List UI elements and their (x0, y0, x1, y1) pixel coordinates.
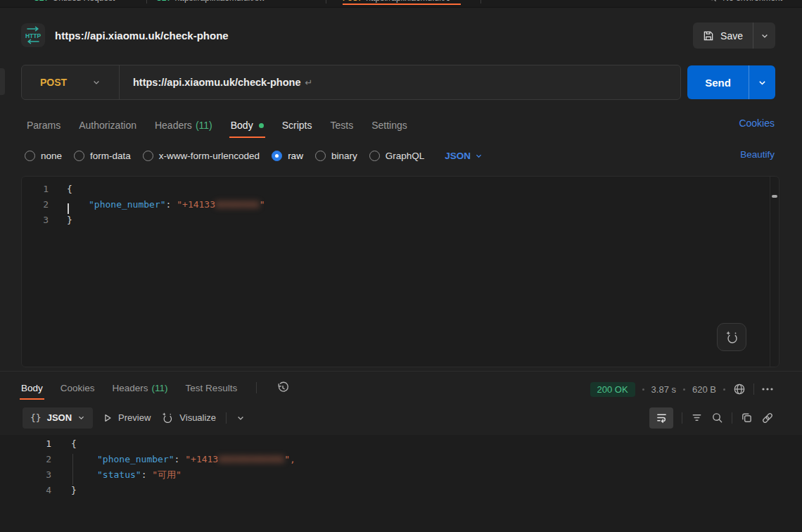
url-divider (119, 65, 120, 99)
request-name[interactable]: https://api.xiaomu.uk/check-phone (55, 30, 229, 42)
radio-binary (315, 151, 326, 161)
response-tab-bar: Body Cookies Headers (11) Test Results (21, 376, 290, 400)
mode-binary[interactable]: binary (315, 151, 357, 161)
save-button[interactable]: Save (693, 23, 753, 49)
response-more-button[interactable] (761, 387, 774, 391)
tab-title: https://api.xiaomu.uk/c (366, 0, 450, 3)
environment-label: No environment (723, 0, 782, 3)
tab-params[interactable]: Params (27, 113, 61, 138)
svg-text:HTTP: HTTP (25, 32, 42, 39)
response-time[interactable]: 3.87 s (651, 384, 676, 395)
language-dropdown[interactable]: JSON (445, 151, 483, 161)
url-value: https://api.xiaomu.uk/check-phone (133, 77, 300, 88)
url-input[interactable]: https://api.xiaomu.uk/check-phone↵ (133, 77, 312, 88)
mode-none[interactable]: none (25, 151, 62, 161)
environment-selector[interactable]: No environment (708, 0, 782, 3)
code-token: { (67, 184, 72, 194)
save-options-button[interactable] (753, 23, 775, 49)
code-token: : (141, 469, 153, 480)
mode-form-data[interactable]: form-data (74, 151, 131, 161)
play-icon (103, 413, 113, 423)
response-format-dropdown[interactable]: {} JSON (23, 407, 93, 429)
toolbar-chevron-down-icon[interactable] (236, 414, 245, 422)
workspace-tab-1[interactable]: GETUntitled Request (34, 0, 115, 3)
beautify-link[interactable]: Beautify (740, 149, 775, 160)
search-response-button[interactable] (711, 412, 723, 424)
sidebar-collapsed-handle[interactable] (0, 68, 5, 95)
request-body-editor[interactable]: 1 2 3 { "phone_number": "+1413388888888"… (21, 176, 779, 367)
code-token: : (166, 199, 177, 210)
method-badge-get: GET (156, 0, 171, 2)
method-selector[interactable]: POST (22, 77, 101, 88)
radio-raw-selected (272, 151, 282, 161)
visualize-button[interactable]: Visualize (160, 411, 216, 424)
wrap-text-button[interactable] (649, 407, 673, 429)
redacted-value: 88888888 (215, 199, 260, 210)
cookies-link[interactable]: Cookies (739, 118, 775, 129)
scrollbar-thumb[interactable] (772, 195, 777, 198)
mode-label: none (41, 151, 62, 161)
divider (732, 412, 732, 424)
workspace-tab-active[interactable]: POSThttps://api.xiaomu.uk/c (343, 0, 450, 3)
copy-response-button[interactable] (741, 412, 753, 424)
visualize-label: Visualize (179, 412, 216, 423)
tab-body[interactable]: Body (231, 113, 264, 138)
mode-x-www-form-urlencoded[interactable]: x-www-form-urlencoded (143, 151, 260, 161)
mode-raw[interactable]: raw (272, 151, 303, 161)
code-token: { (71, 438, 77, 449)
send-options-button[interactable] (749, 65, 775, 99)
network-info-button[interactable] (732, 382, 746, 396)
body-modified-dot (259, 123, 264, 128)
response-size[interactable]: 620 B (692, 384, 716, 395)
send-split-button: Send (687, 65, 775, 99)
mode-label: binary (331, 151, 357, 161)
language-label: JSON (445, 151, 471, 161)
response-tab-body[interactable]: Body (21, 376, 43, 400)
method-badge-post: POST (343, 0, 362, 2)
tab-tests[interactable]: Tests (330, 113, 353, 138)
code-token: } (67, 215, 72, 225)
text-cursor (68, 203, 69, 214)
response-tab-headers[interactable]: Headers (11) (113, 376, 168, 400)
chevron-down-icon (77, 414, 85, 422)
search-icon (708, 0, 717, 2)
postman-app: GETUntitled Request GEThttps://api.xiaom… (0, 0, 802, 532)
editor-scrollbar[interactable] (770, 177, 779, 367)
json-value: "可用" (152, 469, 182, 480)
request-tab-bar: Params Authorization Headers (11) Body S… (27, 113, 407, 138)
tab-settings[interactable]: Settings (371, 113, 407, 138)
mode-label: x-www-form-urlencoded (159, 151, 260, 161)
tab-headers[interactable]: Headers (11) (155, 113, 212, 138)
radio-form-data (74, 151, 84, 161)
method-label: POST (40, 77, 67, 88)
tab-scripts[interactable]: Scripts (282, 113, 312, 138)
divider (753, 384, 754, 395)
mode-label: GraphQL (386, 151, 425, 161)
json-value: ", (284, 454, 295, 464)
tab-title: Untitled Request (53, 0, 115, 3)
new-tab-button[interactable]: + (489, 0, 494, 3)
response-tab-test-results[interactable]: Test Results (186, 376, 238, 400)
mode-graphql[interactable]: GraphQL (369, 151, 425, 161)
postbot-button[interactable] (717, 323, 746, 351)
link-button[interactable] (761, 412, 774, 424)
divider (256, 382, 257, 393)
radio-none (25, 151, 35, 161)
preview-button[interactable]: Preview (103, 412, 151, 423)
response-body-viewer[interactable]: 1 2 3 4 { "phone_number": "+141388888888… (0, 435, 802, 532)
save-label: Save (720, 30, 743, 42)
workspace-tab-2[interactable]: GEThttps://api.xiaomu.uk/sw (156, 0, 265, 3)
status-badge[interactable]: 200 OK (590, 382, 635, 397)
response-history-button[interactable] (276, 381, 290, 395)
send-button[interactable]: Send (687, 65, 749, 99)
redacted-value: 888888888888 (218, 454, 284, 464)
tab-authorization[interactable]: Authorization (79, 113, 136, 138)
response-tab-cookies[interactable]: Cookies (61, 376, 95, 400)
save-split-button: Save (693, 23, 775, 49)
response-meta: 200 OK 3.87 s 620 B (590, 381, 775, 398)
dot-separator (642, 388, 644, 391)
filter-button[interactable] (691, 412, 703, 424)
tab-label: Body (231, 120, 253, 131)
code-lines: { "phone_number": "+1413888888888888", "… (71, 436, 295, 532)
radio-graphql (369, 151, 380, 161)
